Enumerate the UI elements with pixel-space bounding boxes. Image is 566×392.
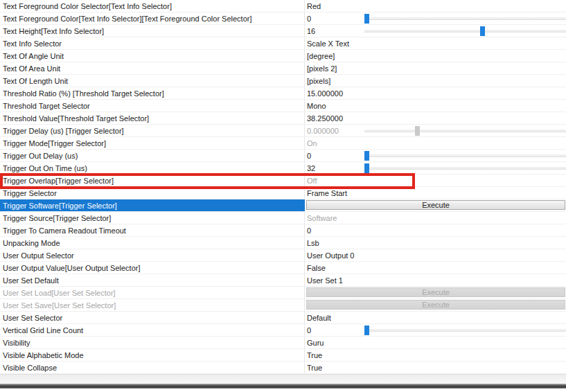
property-value-cell[interactable]: Lsb [305, 237, 566, 249]
property-row[interactable]: Text Foreground Color[Text Info Selector… [0, 12, 566, 25]
property-row[interactable]: VisibilityGuru [0, 337, 566, 349]
property-name[interactable]: User Set Load[User Set Selector] [0, 287, 305, 299]
property-value[interactable]: Lsb [307, 239, 319, 247]
property-row[interactable]: User Output SelectorUser Output 0 [0, 249, 566, 262]
slider-track[interactable] [364, 329, 566, 332]
property-row[interactable]: Threshold Value[Threshold Target Selecto… [0, 112, 566, 125]
property-value-cell[interactable]: 16 [305, 25, 566, 37]
property-value[interactable]: False [307, 264, 326, 272]
property-name[interactable]: Vertical Grid Line Count [0, 324, 305, 336]
property-value[interactable]: 0 [307, 226, 311, 235]
property-name[interactable]: Trigger Overlap[Trigger Selector] [0, 175, 305, 186]
property-value-cell[interactable]: Red [305, 0, 566, 12]
property-row[interactable]: Threshold Target SelectorMono [0, 100, 566, 112]
property-row[interactable]: Trigger Out On Time (us)32 [0, 162, 566, 175]
property-name[interactable]: Visible Collapse [0, 362, 305, 373]
property-value-cell[interactable]: [pixels 2] [305, 62, 566, 74]
property-name[interactable]: Trigger Out On Time (us) [0, 162, 305, 174]
property-row[interactable]: Trigger Mode[Trigger Selector]On [0, 137, 566, 150]
slider-track[interactable] [364, 154, 566, 157]
property-name[interactable]: Text Of Length Unit [0, 75, 305, 87]
property-row[interactable]: Threshold Ratio (%) [Threshold Target Se… [0, 87, 566, 100]
property-value[interactable]: Scale X Text [307, 39, 349, 48]
property-value[interactable]: [pixels 2] [307, 64, 337, 73]
property-name[interactable]: User Output Value[User Output Selector] [0, 262, 305, 274]
property-value-cell[interactable]: [pixels] [305, 75, 566, 87]
property-row[interactable]: User Set DefaultUser Set 1 [0, 274, 566, 287]
slider-thumb[interactable] [364, 151, 369, 161]
property-value-cell[interactable]: 0 [305, 150, 566, 161]
property-name[interactable]: Trigger Mode[Trigger Selector] [0, 137, 305, 149]
property-value-cell[interactable]: Default [305, 312, 566, 323]
property-name[interactable]: Trigger Software[Trigger Selector] [0, 199, 305, 211]
property-value-cell[interactable]: 0 [305, 12, 566, 24]
property-value[interactable]: Frame Start [307, 189, 347, 197]
property-value[interactable]: 0 [307, 326, 311, 335]
property-value-cell[interactable]: True [305, 362, 566, 373]
property-row[interactable]: Visible Alphabetic ModeTrue [0, 349, 566, 362]
property-name[interactable]: User Set Selector [0, 312, 305, 323]
property-name[interactable]: Threshold Target Selector [0, 100, 305, 112]
property-name[interactable]: User Set Default [0, 274, 305, 286]
property-value[interactable]: 38.250000 [307, 114, 343, 123]
property-value-cell[interactable]: User Set 1 [305, 274, 566, 286]
property-value-cell[interactable]: 38.250000 [305, 112, 566, 124]
property-name[interactable]: Visible Alphabetic Mode [0, 349, 305, 361]
property-row[interactable]: Text Height[Text Info Selector]16 [0, 25, 566, 37]
property-row[interactable]: User Set Save[User Set Selector]Execute [0, 299, 566, 312]
property-value-cell[interactable]: Mono [305, 100, 566, 112]
property-row[interactable]: Trigger Source[Trigger Selector]Software [0, 212, 566, 224]
property-name[interactable]: Visibility [0, 337, 305, 348]
property-row[interactable]: Visible CollapseTrue [0, 362, 566, 374]
property-value[interactable]: Default [307, 314, 331, 322]
property-row[interactable]: User Set SelectorDefault [0, 312, 566, 324]
property-row[interactable]: Unpacking ModeLsb [0, 237, 566, 249]
property-row[interactable]: Vertical Grid Line Count0 [0, 324, 566, 337]
property-name[interactable]: Text Of Angle Unit [0, 50, 305, 62]
property-value[interactable]: 0 [307, 152, 311, 160]
property-row[interactable]: Trigger To Camera Readout Timeout0 [0, 224, 566, 237]
property-value-cell[interactable]: Frame Start [305, 187, 566, 199]
property-value-cell[interactable]: 32 [305, 162, 566, 174]
property-row[interactable]: Text Of Angle Unit[degree] [0, 50, 566, 62]
property-name[interactable]: Trigger Out Delay (us) [0, 150, 305, 161]
property-name[interactable]: User Set Save[User Set Selector] [0, 299, 305, 311]
property-value[interactable]: Guru [307, 339, 324, 347]
property-value-cell[interactable]: Scale X Text [305, 37, 566, 49]
property-value-cell[interactable]: False [305, 262, 566, 274]
slider-track[interactable] [364, 30, 566, 33]
slider-thumb[interactable] [364, 326, 369, 335]
property-value-cell[interactable]: 15.000000 [305, 87, 566, 99]
property-value-cell[interactable]: 0 [305, 324, 566, 336]
property-row[interactable]: Trigger SelectorFrame Start [0, 187, 566, 199]
property-value[interactable]: 15.000000 [307, 89, 343, 98]
property-row[interactable]: Trigger Software[Trigger Selector]Execut… [0, 199, 566, 212]
property-name[interactable]: Threshold Value[Threshold Target Selecto… [0, 112, 305, 124]
property-name[interactable]: Trigger Source[Trigger Selector] [0, 212, 305, 224]
property-name[interactable]: User Output Selector [0, 249, 305, 261]
property-value[interactable]: 0 [307, 15, 311, 23]
property-name[interactable]: Trigger To Camera Readout Timeout [0, 224, 305, 236]
property-value[interactable]: Red [307, 2, 321, 10]
property-value-cell[interactable]: True [305, 349, 566, 361]
slider-track[interactable] [364, 17, 566, 20]
property-name[interactable]: Trigger Delay (us) [Trigger Selector] [0, 125, 305, 136]
property-name[interactable]: Text Height[Text Info Selector] [0, 25, 305, 37]
property-name[interactable]: Text Foreground Color[Text Info Selector… [0, 12, 305, 24]
property-name[interactable]: Text Foreground Color Selector[Text Info… [0, 0, 305, 12]
property-row[interactable]: Trigger Out Delay (us)0 [0, 150, 566, 162]
property-value[interactable]: Mono [307, 102, 326, 110]
property-row[interactable]: User Set Load[User Set Selector]Execute [0, 287, 566, 299]
property-value[interactable]: User Set 1 [307, 276, 343, 285]
property-value[interactable]: 32 [307, 164, 315, 172]
property-value-cell[interactable]: User Output 0 [305, 249, 566, 261]
property-value[interactable]: True [307, 351, 322, 359]
property-name[interactable]: Unpacking Mode [0, 237, 305, 249]
property-value-cell[interactable]: Execute [305, 199, 566, 211]
property-value[interactable]: User Output 0 [307, 251, 354, 260]
property-row[interactable]: Text Of Length Unit[pixels] [0, 75, 566, 87]
property-name[interactable]: Threshold Ratio (%) [Threshold Target Se… [0, 87, 305, 99]
execute-button[interactable]: Execute [306, 200, 565, 210]
slider-thumb[interactable] [480, 26, 485, 36]
property-value[interactable]: [degree] [307, 52, 335, 60]
